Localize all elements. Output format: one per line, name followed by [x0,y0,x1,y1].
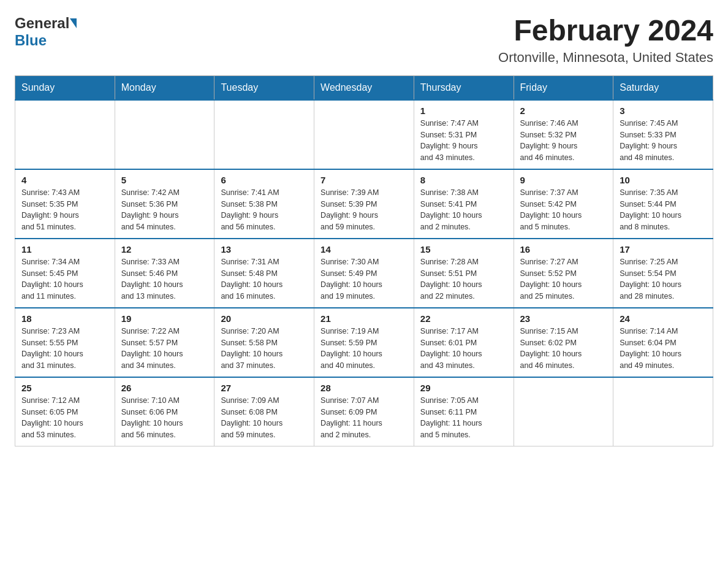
day-number: 11 [21,244,108,255]
calendar-cell-w5-d2: 26Sunrise: 7:10 AMSunset: 6:06 PMDayligh… [115,377,214,446]
day-info: Sunrise: 7:41 AMSunset: 5:38 PMDaylight:… [221,187,308,233]
calendar-cell-w2-d5: 8Sunrise: 7:38 AMSunset: 5:41 PMDaylight… [414,169,514,239]
day-number: 12 [121,244,208,255]
calendar-cell-w1-d6: 2Sunrise: 7:46 AMSunset: 5:32 PMDaylight… [514,100,613,169]
col-monday: Monday [115,75,214,100]
calendar-cell-w2-d7: 10Sunrise: 7:35 AMSunset: 5:44 PMDayligh… [613,169,713,239]
calendar-cell-w2-d1: 4Sunrise: 7:43 AMSunset: 5:35 PMDaylight… [15,169,115,239]
col-sunday: Sunday [15,75,115,100]
day-number: 23 [520,313,607,324]
col-tuesday: Tuesday [214,75,314,100]
calendar-cell-w1-d1 [15,100,115,169]
day-number: 21 [320,313,408,324]
day-info: Sunrise: 7:22 AMSunset: 5:57 PMDaylight:… [121,326,208,372]
calendar-cell-w5-d6 [514,377,613,446]
calendar-cell-w4-d3: 20Sunrise: 7:20 AMSunset: 5:58 PMDayligh… [214,308,314,377]
day-number: 10 [620,175,707,185]
calendar-cell-w2-d6: 9Sunrise: 7:37 AMSunset: 5:42 PMDaylight… [514,169,613,239]
calendar-cell-w4-d7: 24Sunrise: 7:14 AMSunset: 6:04 PMDayligh… [613,308,713,377]
day-info: Sunrise: 7:43 AMSunset: 5:35 PMDaylight:… [21,187,108,233]
calendar-cell-w5-d7 [613,377,713,446]
week-row-2: 4Sunrise: 7:43 AMSunset: 5:35 PMDaylight… [15,169,713,239]
day-info: Sunrise: 7:17 AMSunset: 6:01 PMDaylight:… [420,326,507,372]
day-number: 16 [520,244,607,255]
calendar-cell-w3-d4: 14Sunrise: 7:30 AMSunset: 5:49 PMDayligh… [314,239,414,308]
day-info: Sunrise: 7:33 AMSunset: 5:46 PMDaylight:… [121,256,208,302]
calendar-cell-w3-d1: 11Sunrise: 7:34 AMSunset: 5:45 PMDayligh… [15,239,115,308]
calendar-table: Sunday Monday Tuesday Wednesday Thursday… [15,75,713,446]
col-wednesday: Wednesday [314,75,414,100]
calendar-cell-w5-d4: 28Sunrise: 7:07 AMSunset: 6:09 PMDayligh… [314,377,414,446]
day-number: 7 [320,175,408,185]
calendar-cell-w3-d7: 17Sunrise: 7:25 AMSunset: 5:54 PMDayligh… [613,239,713,308]
day-info: Sunrise: 7:47 AMSunset: 5:31 PMDaylight:… [420,118,507,164]
day-info: Sunrise: 7:15 AMSunset: 6:02 PMDaylight:… [520,326,607,372]
day-info: Sunrise: 7:35 AMSunset: 5:44 PMDaylight:… [620,187,707,233]
col-saturday: Saturday [613,75,713,100]
calendar-cell-w1-d5: 1Sunrise: 7:47 AMSunset: 5:31 PMDaylight… [414,100,514,169]
calendar-cell-w4-d2: 19Sunrise: 7:22 AMSunset: 5:57 PMDayligh… [115,308,214,377]
day-info: Sunrise: 7:25 AMSunset: 5:54 PMDaylight:… [620,256,707,302]
day-info: Sunrise: 7:09 AMSunset: 6:08 PMDaylight:… [221,395,308,441]
day-number: 26 [121,383,208,393]
day-number: 22 [420,313,507,324]
day-number: 17 [620,244,707,255]
calendar-cell-w5-d1: 25Sunrise: 7:12 AMSunset: 6:05 PMDayligh… [15,377,115,446]
month-title: February 2024 [498,15,713,47]
day-info: Sunrise: 7:05 AMSunset: 6:11 PMDaylight:… [420,395,507,441]
day-info: Sunrise: 7:14 AMSunset: 6:04 PMDaylight:… [620,326,707,372]
day-info: Sunrise: 7:27 AMSunset: 5:52 PMDaylight:… [520,256,607,302]
calendar-cell-w5-d3: 27Sunrise: 7:09 AMSunset: 6:08 PMDayligh… [214,377,314,446]
calendar-cell-w3-d2: 12Sunrise: 7:33 AMSunset: 5:46 PMDayligh… [115,239,214,308]
day-number: 25 [21,383,108,393]
calendar-cell-w3-d5: 15Sunrise: 7:28 AMSunset: 5:51 PMDayligh… [414,239,514,308]
day-number: 19 [121,313,208,324]
day-info: Sunrise: 7:07 AMSunset: 6:09 PMDaylight:… [320,395,408,441]
day-number: 27 [221,383,308,393]
day-info: Sunrise: 7:39 AMSunset: 5:39 PMDaylight:… [320,187,408,233]
day-info: Sunrise: 7:31 AMSunset: 5:48 PMDaylight:… [221,256,308,302]
week-row-5: 25Sunrise: 7:12 AMSunset: 6:05 PMDayligh… [15,377,713,446]
day-number: 24 [620,313,707,324]
calendar-cell-w2-d3: 6Sunrise: 7:41 AMSunset: 5:38 PMDaylight… [214,169,314,239]
calendar-cell-w3-d3: 13Sunrise: 7:31 AMSunset: 5:48 PMDayligh… [214,239,314,308]
calendar-cell-w2-d2: 5Sunrise: 7:42 AMSunset: 5:36 PMDaylight… [115,169,214,239]
calendar-cell-w4-d5: 22Sunrise: 7:17 AMSunset: 6:01 PMDayligh… [414,308,514,377]
title-block: February 2024 Ortonville, Minnesota, Uni… [498,15,713,66]
calendar-cell-w2-d4: 7Sunrise: 7:39 AMSunset: 5:39 PMDaylight… [314,169,414,239]
day-info: Sunrise: 7:23 AMSunset: 5:55 PMDaylight:… [21,326,108,372]
logo: General Blue [15,15,77,49]
day-number: 20 [221,313,308,324]
day-number: 3 [620,105,707,116]
calendar-cell-w5-d5: 29Sunrise: 7:05 AMSunset: 6:11 PMDayligh… [414,377,514,446]
day-info: Sunrise: 7:10 AMSunset: 6:06 PMDaylight:… [121,395,208,441]
day-info: Sunrise: 7:46 AMSunset: 5:32 PMDaylight:… [520,118,607,164]
logo-general-text: General [15,15,69,32]
calendar-cell-w4-d6: 23Sunrise: 7:15 AMSunset: 6:02 PMDayligh… [514,308,613,377]
day-info: Sunrise: 7:19 AMSunset: 5:59 PMDaylight:… [320,326,408,372]
day-number: 1 [420,105,507,116]
col-friday: Friday [514,75,613,100]
day-info: Sunrise: 7:37 AMSunset: 5:42 PMDaylight:… [520,187,607,233]
day-info: Sunrise: 7:45 AMSunset: 5:33 PMDaylight:… [620,118,707,164]
logo-arrow-icon [70,18,77,28]
calendar-cell-w1-d4 [314,100,414,169]
day-info: Sunrise: 7:20 AMSunset: 5:58 PMDaylight:… [221,326,308,372]
calendar-cell-w4-d4: 21Sunrise: 7:19 AMSunset: 5:59 PMDayligh… [314,308,414,377]
day-number: 6 [221,175,308,185]
day-info: Sunrise: 7:38 AMSunset: 5:41 PMDaylight:… [420,187,507,233]
day-info: Sunrise: 7:12 AMSunset: 6:05 PMDaylight:… [21,395,108,441]
day-number: 2 [520,105,607,116]
day-number: 4 [21,175,108,185]
day-info: Sunrise: 7:30 AMSunset: 5:49 PMDaylight:… [320,256,408,302]
week-row-3: 11Sunrise: 7:34 AMSunset: 5:45 PMDayligh… [15,239,713,308]
day-info: Sunrise: 7:34 AMSunset: 5:45 PMDaylight:… [21,256,108,302]
day-number: 15 [420,244,507,255]
day-number: 28 [320,383,408,393]
day-number: 29 [420,383,507,393]
day-number: 9 [520,175,607,185]
logo-blue-text: Blue [15,32,47,48]
calendar-cell-w1-d7: 3Sunrise: 7:45 AMSunset: 5:33 PMDaylight… [613,100,713,169]
calendar-cell-w1-d3 [214,100,314,169]
day-number: 13 [221,244,308,255]
